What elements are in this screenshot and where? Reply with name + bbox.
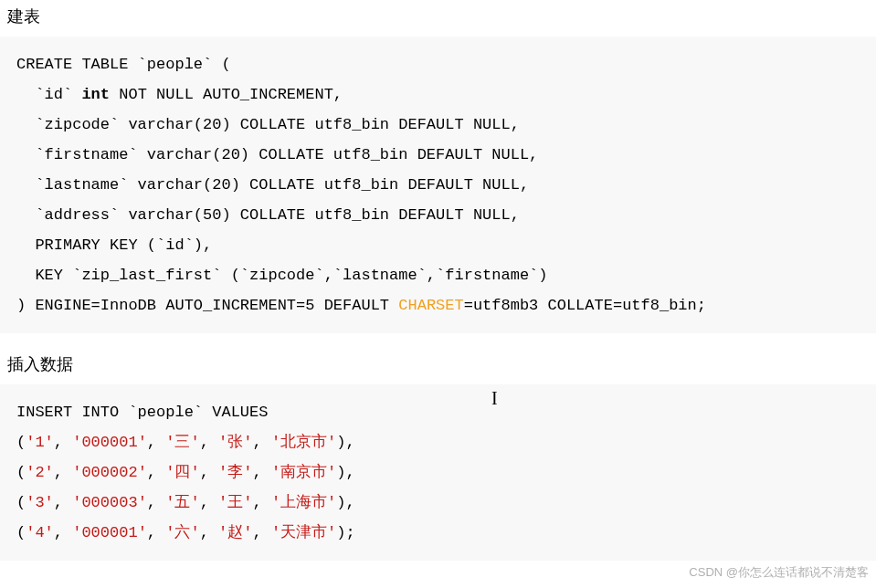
code-line: `lastname` varchar(20) COLLATE utf8_bin …	[16, 176, 529, 194]
code-line: KEY `zip_last_first` (`zipcode`,`lastnam…	[16, 267, 548, 284]
code-line: ('2', '000002', '四', '李', '南京市'),	[16, 464, 355, 481]
code-line: ) ENGINE=InnoDB AUTO_INCREMENT=5 DEFAULT…	[16, 297, 706, 314]
code-line: `address` varchar(50) COLLATE utf8_bin D…	[16, 206, 520, 224]
code-line: ('3', '000003', '五', '王', '上海市'),	[16, 494, 355, 511]
code-block-create: CREATE TABLE `people` ( `id` int NOT NUL…	[0, 37, 876, 333]
code-line: PRIMARY KEY (`id`),	[16, 236, 212, 254]
code-line: ('4', '000001', '六', '赵', '天津市');	[16, 524, 355, 541]
text-cursor-icon: I	[491, 388, 498, 409]
watermark: CSDN @你怎么连话都说不清楚客	[689, 564, 869, 581]
heading-create-table: 建表	[0, 0, 876, 37]
code-block-insert: INSERT INTO `people` VALUES ('1', '00000…	[0, 384, 876, 561]
code-line: CREATE TABLE `people` (	[16, 56, 231, 73]
heading-insert-data: 插入数据	[0, 333, 876, 384]
code-line: INSERT INTO `people` VALUES	[16, 404, 268, 421]
code-line: `zipcode` varchar(20) COLLATE utf8_bin D…	[16, 116, 520, 133]
code-line: `id` int NOT NULL AUTO_INCREMENT,	[16, 86, 343, 103]
code-line: ('1', '000001', '三', '张', '北京市'),	[16, 434, 355, 451]
code-line: `firstname` varchar(20) COLLATE utf8_bin…	[16, 146, 538, 163]
